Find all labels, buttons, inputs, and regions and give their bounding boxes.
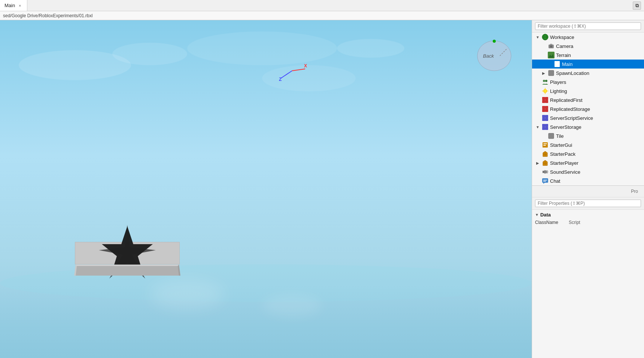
tree-icon-terrain xyxy=(548,52,555,58)
svg-rect-37 xyxy=(542,115,545,118)
tree-label-serverscriptservice: ServerScriptService xyxy=(550,115,641,121)
tree-item-replicatedstorage[interactable]: ReplicatedStorage xyxy=(532,104,644,113)
svg-rect-43 xyxy=(542,127,545,130)
tab-label: Main xyxy=(4,3,15,8)
tree-label-tile: Tile xyxy=(556,133,641,139)
tree-icon-serverstorage xyxy=(542,124,549,130)
tree-label-starterplayer: StarterPlayer xyxy=(550,160,641,166)
tree-arrow-starterpack xyxy=(535,151,540,157)
tree-item-players[interactable]: Players xyxy=(532,78,644,87)
svg-rect-33 xyxy=(542,106,545,109)
tree-arrow-serverstorage[interactable]: ▼ xyxy=(535,124,540,130)
tree-item-lighting[interactable]: Lighting xyxy=(532,87,644,95)
tree-item-startergui[interactable]: StarterGui xyxy=(532,140,644,149)
svg-rect-41 xyxy=(542,124,545,127)
tree-arrow-players xyxy=(535,79,540,85)
svg-rect-36 xyxy=(545,109,548,112)
prop-row-classname: ClassNameScript xyxy=(535,219,641,226)
svg-rect-39 xyxy=(542,118,545,121)
explorer-filter-bar xyxy=(532,20,644,33)
right-panel: ▼WorkspaceCameraTerrainMain▶SpawnLocatio… xyxy=(532,20,644,358)
svg-point-7 xyxy=(493,40,496,43)
svg-point-12 xyxy=(550,45,552,48)
svg-rect-35 xyxy=(542,109,545,112)
svg-rect-44 xyxy=(545,127,548,130)
tree-item-camera[interactable]: Camera xyxy=(532,42,644,51)
tree-icon-soundservice xyxy=(542,169,549,175)
tab-close-button[interactable]: × xyxy=(17,3,22,8)
svg-rect-38 xyxy=(545,115,548,118)
svg-rect-40 xyxy=(545,118,548,121)
svg-point-21 xyxy=(543,80,545,82)
tree-arrow-starterplayer[interactable]: ▶ xyxy=(535,160,540,166)
tree-arrow-serverscriptservice xyxy=(535,115,540,121)
tree-item-soundservice[interactable]: SoundService xyxy=(532,167,644,176)
properties-data-section: ▼ Data ClassNameScript xyxy=(532,210,644,228)
tree-icon-workspace xyxy=(542,34,549,40)
tree-item-serverscriptservice[interactable]: ServerScriptService xyxy=(532,113,644,122)
filepath-text: sed/Google Drive/RobloxExperiments/01.rb… xyxy=(3,13,92,18)
tree-item-spawnlocation[interactable]: ▶SpawnLocation xyxy=(532,69,644,78)
filepath-bar: sed/Google Drive/RobloxExperiments/01.rb… xyxy=(0,11,644,20)
section-collapse-arrow[interactable]: ▼ xyxy=(535,213,539,217)
tree-item-starterpack[interactable]: StarterPack xyxy=(532,149,644,158)
tree-icon-replicatedstorage xyxy=(542,106,549,112)
tree-item-main[interactable]: Main xyxy=(532,60,644,69)
light-spot-1 xyxy=(150,279,225,309)
tree-item-terrain[interactable]: Terrain xyxy=(532,51,644,60)
svg-point-22 xyxy=(545,80,547,82)
properties-rows: ClassNameScript xyxy=(535,219,641,226)
tree-icon-starterpack xyxy=(542,151,549,157)
pro-label: Pro xyxy=(628,187,641,195)
cloud-4 xyxy=(262,65,356,91)
tree-item-serverstorage[interactable]: ▼ServerStorage xyxy=(532,122,644,131)
svg-rect-31 xyxy=(542,100,545,103)
tree-label-lighting: Lighting xyxy=(550,88,641,94)
tree-label-camera: Camera xyxy=(556,43,641,49)
tree-icon-startergui xyxy=(542,142,549,148)
svg-rect-29 xyxy=(542,97,545,100)
tree-item-workspace[interactable]: ▼Workspace xyxy=(532,33,644,42)
svg-rect-17 xyxy=(555,62,559,63)
platform-object xyxy=(75,242,180,276)
cloud-2 xyxy=(112,43,187,65)
window-expand-button[interactable]: ⧉ xyxy=(633,1,641,10)
viewport[interactable]: Z X Back xyxy=(0,20,532,358)
tree-label-replicatedfirst: ReplicatedFirst xyxy=(550,97,641,103)
svg-rect-34 xyxy=(545,106,548,109)
tree-item-tile[interactable]: Tile xyxy=(532,131,644,140)
tree-label-replicatedstorage: ReplicatedStorage xyxy=(550,106,641,112)
tree-arrow-workspace[interactable]: ▼ xyxy=(535,34,540,40)
properties-panel: Pro ▼ Data ClassNameScript xyxy=(532,186,644,358)
svg-marker-56 xyxy=(543,183,545,184)
svg-rect-48 xyxy=(543,145,546,146)
prop-key: ClassName xyxy=(535,220,569,225)
tree-arrow-terrain xyxy=(541,52,546,58)
properties-filter-input[interactable] xyxy=(535,200,641,207)
tree-icon-players xyxy=(542,79,549,85)
svg-rect-42 xyxy=(545,124,548,127)
tree-label-soundservice: SoundService xyxy=(550,169,641,175)
tree-icon-replicatedfirst xyxy=(542,97,549,103)
tree-icon-starterplayer xyxy=(542,160,549,166)
tree-arrow-lighting xyxy=(535,88,540,94)
svg-point-24 xyxy=(544,90,546,92)
tree-item-replicatedfirst[interactable]: ReplicatedFirst xyxy=(532,95,644,104)
tree-arrow-camera xyxy=(541,43,546,49)
tree-arrow-spawnlocation[interactable]: ▶ xyxy=(541,70,546,76)
explorer-filter-input[interactable] xyxy=(535,22,641,30)
z-axis-label: Z xyxy=(279,77,282,82)
light-spot-2 xyxy=(262,294,322,317)
tree-item-chat[interactable]: Chat xyxy=(532,176,644,185)
tree-arrow-chat xyxy=(535,178,540,183)
main-area: Z X Back xyxy=(0,20,644,358)
explorer-tree: ▼WorkspaceCameraTerrainMain▶SpawnLocatio… xyxy=(532,33,644,185)
tree-arrow-main xyxy=(547,61,552,67)
svg-marker-54 xyxy=(544,170,547,174)
tree-icon-lighting xyxy=(542,88,549,94)
tree-item-starterplayer[interactable]: ▶StarterPlayer xyxy=(532,158,644,167)
cloud-5 xyxy=(337,39,404,58)
svg-text:Back: Back xyxy=(483,53,494,59)
main-tab[interactable]: Main × xyxy=(0,0,27,11)
tree-icon-serverscriptservice xyxy=(542,115,549,121)
